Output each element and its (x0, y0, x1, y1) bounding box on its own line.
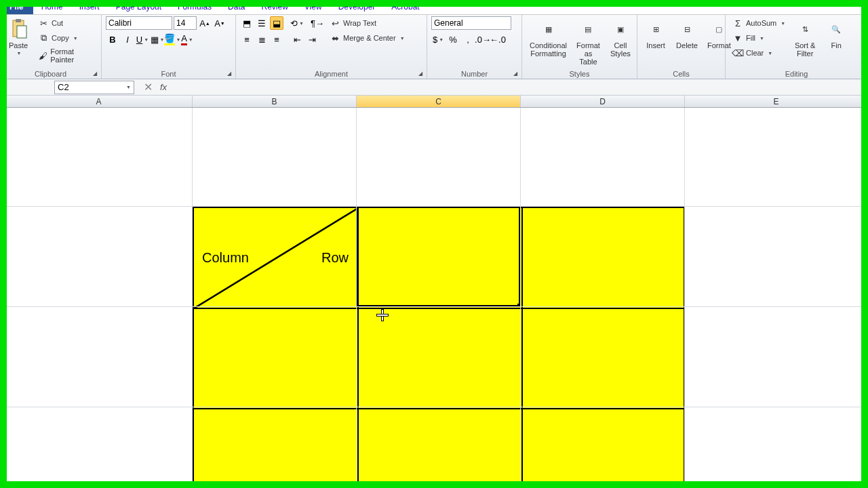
cell-E2[interactable] (685, 207, 868, 307)
delete-label: Delete (676, 41, 698, 49)
tab-acrobat[interactable]: Acrobat (383, 0, 427, 14)
decrease-decimal-button[interactable]: ←.0 (491, 33, 505, 46)
delete-cells-button[interactable]: ⊟Delete (673, 16, 701, 52)
cell-D1[interactable] (521, 108, 685, 207)
sort-filter-button[interactable]: ⇅Sort & Filter (791, 16, 819, 60)
tab-formulas[interactable]: Formulas (170, 0, 220, 14)
row-header-2[interactable]: 2 (0, 207, 5, 307)
cell-B4[interactable] (193, 407, 357, 488)
column-header-E[interactable]: E (685, 96, 868, 107)
column-header-C[interactable]: C (357, 96, 521, 107)
autosum-label: AutoSum (746, 19, 776, 27)
tab-home[interactable]: Home (33, 0, 71, 14)
italic-button[interactable]: I (121, 33, 134, 46)
bold-button[interactable]: B (106, 33, 119, 46)
align-top-button[interactable]: ⬒ (240, 16, 254, 30)
row-header-3[interactable]: 3 (0, 307, 5, 407)
find-icon: 🔍 (825, 18, 847, 40)
increase-decimal-button[interactable]: .0→ (476, 33, 490, 46)
cond-format-icon: ▦ (538, 18, 559, 40)
formula-bar[interactable] (172, 81, 868, 94)
border-button[interactable]: ▦▼ (151, 33, 164, 46)
group-label: Editing (726, 69, 867, 79)
name-box[interactable]: C2▼ (54, 81, 134, 94)
cell-E3[interactable] (685, 307, 868, 407)
find-select-button[interactable]: 🔍Fin (822, 16, 850, 52)
cell-styles-button[interactable]: ▣Cell Styles (606, 16, 635, 60)
copy-button[interactable]: ⧉Copy▼ (35, 31, 97, 45)
row-header-1[interactable]: 1 (0, 108, 5, 207)
insert-cells-button[interactable]: ⊞Insert (642, 16, 670, 52)
cell-E1[interactable] (685, 108, 868, 207)
column-header-D[interactable]: D (521, 96, 685, 107)
cut-button[interactable]: ✂Cut (35, 16, 97, 30)
align-left-button[interactable]: ≡ (240, 33, 254, 46)
group-label: Clipboard (0, 69, 101, 79)
group-editing: ΣAutoSum▼ ▼Fill▼ ⌫Clear▼ ⇅Sort & Filter … (726, 15, 868, 79)
font-color-button[interactable]: A▼ (180, 33, 194, 46)
cell-D3[interactable] (521, 307, 685, 407)
align-center-button[interactable]: ≣ (255, 33, 269, 46)
comma-button[interactable]: , (461, 33, 475, 46)
tab-page-layout[interactable]: Page Layout (108, 0, 170, 14)
align-bottom-button[interactable]: ⬓ (270, 16, 283, 30)
svg-rect-1 (16, 19, 21, 22)
grow-font-button[interactable]: A▲ (198, 16, 212, 30)
number-format-combo[interactable] (431, 16, 511, 30)
shrink-font-button[interactable]: A▼ (213, 16, 226, 30)
tab-view[interactable]: View (296, 0, 330, 14)
column-header-B[interactable]: B (193, 96, 357, 107)
cell-A3[interactable] (5, 307, 193, 407)
cell-D4[interactable] (521, 407, 685, 488)
cell-A1[interactable] (5, 108, 193, 207)
cell-D2[interactable] (521, 207, 685, 307)
underline-button[interactable]: U▼ (136, 33, 149, 46)
cell-B1[interactable] (193, 108, 357, 207)
cell-C3[interactable] (357, 307, 521, 407)
clear-button[interactable]: ⌫Clear▼ (730, 46, 788, 60)
ltr-button[interactable]: ¶→ (311, 16, 324, 30)
cell-C1[interactable] (357, 108, 521, 207)
fill-color-button[interactable]: 🪣▼ (165, 33, 179, 46)
cell-A2[interactable] (5, 207, 193, 307)
cancel-formula-button[interactable]: ✕ (141, 81, 155, 94)
font-size-combo[interactable] (174, 16, 197, 30)
cell-C2[interactable] (357, 207, 521, 307)
cell-B3[interactable] (193, 307, 357, 407)
dialog-launcher-icon[interactable]: ◢ (227, 70, 234, 77)
fill-button[interactable]: ▼Fill▼ (730, 31, 788, 45)
cell-B2[interactable] (193, 207, 357, 307)
tab-insert[interactable]: Insert (71, 0, 108, 14)
decrease-indent-button[interactable]: ⇤ (290, 33, 304, 46)
percent-button[interactable]: % (446, 33, 460, 46)
column-header-A[interactable]: A (5, 96, 193, 107)
tab-developer[interactable]: Developer (330, 0, 384, 14)
tab-file[interactable]: File (0, 0, 33, 14)
paste-button[interactable]: Paste ▼ (4, 16, 33, 58)
dialog-launcher-icon[interactable]: ◢ (513, 70, 520, 77)
dialog-launcher-icon[interactable]: ◢ (418, 70, 425, 77)
conditional-formatting-button[interactable]: ▦Conditional Formatting (526, 16, 570, 60)
select-all-button[interactable] (0, 96, 5, 107)
orientation-button[interactable]: ⟲▼ (290, 16, 304, 30)
font-name-combo[interactable] (106, 16, 172, 30)
fx-icon[interactable]: fx (160, 82, 167, 92)
accounting-button[interactable]: $▼ (431, 33, 445, 46)
merge-center-button[interactable]: ⬌Merge & Center▼ (327, 31, 408, 45)
svg-rect-2 (17, 26, 26, 38)
cell-styles-label: Cell Styles (610, 41, 631, 58)
autosum-button[interactable]: ΣAutoSum▼ (730, 16, 788, 30)
cell-E4[interactable] (685, 407, 868, 488)
format-painter-button[interactable]: 🖌Format Painter (35, 46, 97, 65)
align-right-button[interactable]: ≡ (270, 33, 283, 46)
cell-A4[interactable] (5, 407, 193, 488)
wrap-text-button[interactable]: ↩Wrap Text (327, 16, 408, 30)
align-middle-button[interactable]: ☰ (255, 16, 269, 30)
dialog-launcher-icon[interactable]: ◢ (93, 70, 100, 77)
tab-data[interactable]: Data (220, 0, 253, 14)
tab-review[interactable]: Review (253, 0, 296, 14)
format-as-table-button[interactable]: ▤Format as Table (573, 16, 604, 68)
increase-indent-button[interactable]: ⇥ (305, 33, 319, 46)
cell-C4[interactable] (357, 407, 521, 488)
row-header-4[interactable]: 4 (0, 407, 5, 488)
